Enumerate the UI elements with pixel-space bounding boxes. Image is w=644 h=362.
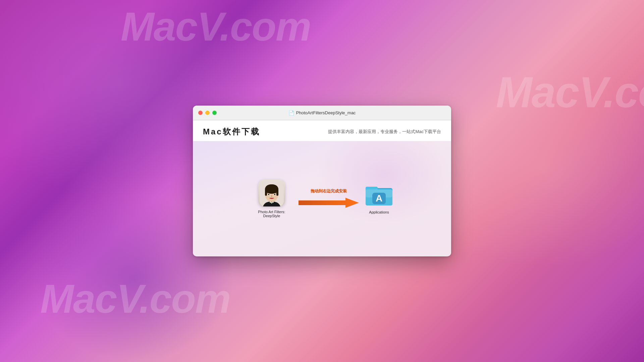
arrow-svg xyxy=(299,196,359,209)
svg-point-14 xyxy=(271,202,272,203)
maximize-button[interactable] xyxy=(212,111,217,115)
install-area: Photo Art Filters: DeepStyle 拖动到右边完成安装 xyxy=(252,180,392,218)
svg-point-15 xyxy=(272,201,274,203)
app-icon-container: Photo Art Filters: DeepStyle xyxy=(252,180,292,218)
svg-marker-16 xyxy=(299,198,359,208)
close-button[interactable] xyxy=(198,111,203,115)
svg-point-13 xyxy=(270,201,271,203)
svg-point-6 xyxy=(266,184,278,191)
svg-rect-5 xyxy=(276,189,278,196)
folder-svg: A xyxy=(366,183,392,207)
app-label: Photo Art Filters: DeepStyle xyxy=(252,210,292,218)
brand-name: Mac软件下载 xyxy=(203,126,260,137)
svg-text:A: A xyxy=(376,193,382,203)
window-content: Photo Art Filters: DeepStyle 拖动到右边完成安装 xyxy=(193,141,451,256)
brand-tagline: 提供丰富内容，最新应用，专业服务，一站式Mac下载平台 xyxy=(328,129,441,135)
app-icon-face xyxy=(258,180,285,206)
arrow-container: 拖动到右边完成安装 xyxy=(295,188,362,209)
titlebar-title: 📄 PhotoArtFiltersDeepStyle_mac xyxy=(288,110,356,116)
svg-point-9 xyxy=(268,194,269,195)
install-instruction: 拖动到右边完成安装 xyxy=(311,188,347,194)
traffic-lights xyxy=(198,111,217,115)
svg-rect-4 xyxy=(265,189,267,196)
app-icon[interactable] xyxy=(258,180,285,206)
titlebar: 📄 PhotoArtFiltersDeepStyle_mac xyxy=(193,106,451,120)
document-icon: 📄 xyxy=(288,110,294,116)
svg-point-12 xyxy=(274,194,275,195)
applications-label: Applications xyxy=(369,210,389,214)
minimize-button[interactable] xyxy=(205,111,210,115)
applications-folder-icon[interactable]: A xyxy=(366,183,392,207)
window-title: PhotoArtFiltersDeepStyle_mac xyxy=(296,110,356,115)
window-header: Mac软件下载 提供丰富内容，最新应用，专业服务，一站式Mac下载平台 xyxy=(193,120,451,141)
main-window: 📄 PhotoArtFiltersDeepStyle_mac Mac软件下载 提… xyxy=(193,106,451,256)
portrait-svg xyxy=(260,182,284,206)
applications-folder-container: A Applications xyxy=(366,183,392,214)
